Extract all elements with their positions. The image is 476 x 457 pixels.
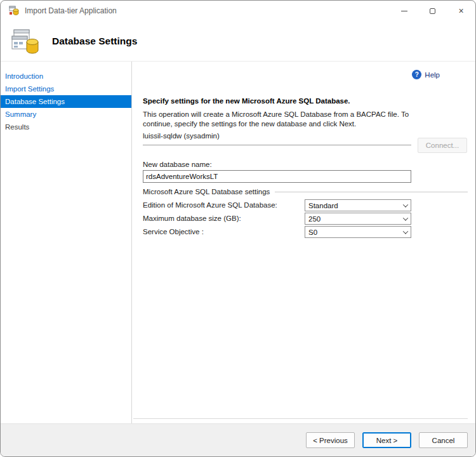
service-objective-label: Service Objective : bbox=[143, 228, 204, 235]
cancel-button[interactable]: Cancel bbox=[419, 432, 468, 448]
max-size-select[interactable]: 250 bbox=[305, 213, 411, 225]
sidebar-item-introduction[interactable]: Introduction bbox=[1, 70, 131, 83]
help-link[interactable]: ? Help bbox=[412, 70, 440, 79]
service-objective-select-value: S0 bbox=[308, 228, 317, 236]
page-title: Database Settings bbox=[52, 36, 137, 47]
maximize-button[interactable] bbox=[418, 1, 447, 21]
close-button[interactable]: × bbox=[447, 1, 475, 21]
minimize-button[interactable] bbox=[390, 1, 418, 21]
sidebar-item-results: Results bbox=[1, 121, 131, 133]
maximize-icon bbox=[430, 8, 435, 14]
chevron-down-icon bbox=[400, 200, 411, 211]
next-button[interactable]: Next > bbox=[362, 432, 411, 448]
app-icon bbox=[9, 6, 19, 16]
db-name-input[interactable] bbox=[143, 170, 411, 183]
window-controls: × bbox=[390, 1, 475, 21]
close-icon: × bbox=[458, 6, 463, 15]
help-label: Help bbox=[425, 71, 440, 79]
chevron-down-icon bbox=[400, 213, 411, 224]
window-title: Import Data-tier Application bbox=[25, 6, 117, 15]
edition-select[interactable]: Standard bbox=[305, 199, 411, 211]
help-icon: ? bbox=[412, 70, 421, 79]
connect-button[interactable]: Connect... bbox=[418, 138, 467, 153]
previous-button[interactable]: < Previous bbox=[306, 432, 355, 448]
wizard-header: Database Settings bbox=[1, 21, 475, 61]
edition-label: Edition of Microsoft Azure SQL Database: bbox=[143, 201, 277, 209]
chevron-down-icon bbox=[400, 227, 411, 237]
database-import-icon bbox=[10, 27, 39, 56]
import-data-tier-application-window: Import Data-tier Application × Database … bbox=[0, 0, 476, 457]
max-size-select-value: 250 bbox=[308, 215, 321, 223]
content-separator bbox=[133, 418, 468, 419]
wizard-body: Introduction Import Settings Database Se… bbox=[1, 61, 475, 423]
settings-heading: Specify settings for the new Microsoft A… bbox=[143, 97, 350, 105]
max-size-label: Maximum database size (GB): bbox=[143, 215, 241, 222]
azure-settings-group-label: Microsoft Azure SQL Database settings bbox=[143, 188, 270, 195]
server-name-label: luissil-sqldw (sysadmin) bbox=[143, 132, 411, 145]
wizard-footer: < Previous Next > Cancel bbox=[1, 423, 475, 456]
wizard-steps-sidebar: Introduction Import Settings Database Se… bbox=[1, 62, 132, 423]
database-settings-page: ? Help Specify settings for the new Micr… bbox=[132, 62, 475, 423]
db-name-label: New database name: bbox=[143, 161, 212, 168]
minimize-icon bbox=[401, 11, 407, 11]
sidebar-item-summary[interactable]: Summary bbox=[1, 108, 131, 121]
edition-select-value: Standard bbox=[308, 202, 338, 209]
sidebar-item-database-settings[interactable]: Database Settings bbox=[1, 95, 131, 108]
service-objective-select[interactable]: S0 bbox=[305, 226, 411, 238]
group-separator-line bbox=[275, 192, 468, 192]
titlebar: Import Data-tier Application × bbox=[1, 1, 475, 21]
settings-description: This operation will create a Microsoft A… bbox=[143, 110, 416, 129]
sidebar-item-import-settings[interactable]: Import Settings bbox=[1, 83, 131, 95]
azure-settings-group: Microsoft Azure SQL Database settings bbox=[143, 188, 468, 195]
